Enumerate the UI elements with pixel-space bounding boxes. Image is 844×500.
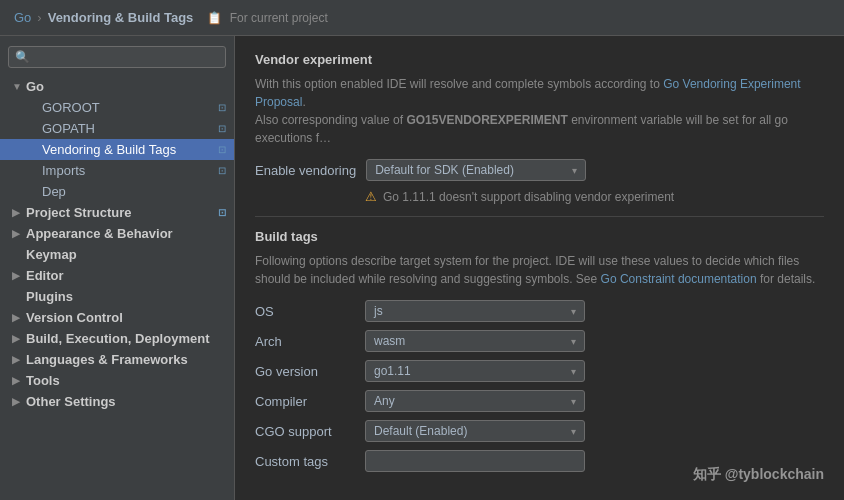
content-panel: Vendor experiment With this option enabl… xyxy=(235,36,844,500)
os-row: OS js ▾ xyxy=(255,300,824,322)
vendoring-badge: ⊡ xyxy=(218,144,226,155)
sidebar-item-dep-label: Dep xyxy=(42,184,226,199)
breadcrumb-go[interactable]: Go xyxy=(14,10,31,25)
sidebar-item-editor[interactable]: ▶ Editor xyxy=(0,265,234,286)
sidebar-item-other-label: Other Settings xyxy=(26,394,226,409)
go-arrow-icon: ▼ xyxy=(12,81,26,92)
os-select[interactable]: js ▾ xyxy=(365,300,585,322)
sidebar-item-version-label: Version Control xyxy=(26,310,226,325)
go-version-value: go1.11 xyxy=(374,364,565,378)
lang-arrow: ▶ xyxy=(12,354,26,365)
sidebar-item-build[interactable]: ▶ Build, Execution, Deployment xyxy=(0,328,234,349)
sidebar: 🔍 ▼ Go GOROOT ⊡ GOPATH ⊡ Vendoring & Bui… xyxy=(0,36,235,500)
enable-vendoring-value: Default for SDK (Enabled) xyxy=(375,163,566,177)
arch-dropdown-icon: ▾ xyxy=(571,336,576,347)
arch-value: wasm xyxy=(374,334,565,348)
compiler-row: Compiler Any ▾ xyxy=(255,390,824,412)
search-bar[interactable]: 🔍 xyxy=(8,46,226,68)
breadcrumb-current: Vendoring & Build Tags xyxy=(48,10,194,25)
sidebar-item-gopath[interactable]: GOPATH ⊡ xyxy=(0,118,234,139)
tools-arrow: ▶ xyxy=(12,375,26,386)
compiler-label: Compiler xyxy=(255,394,355,409)
compiler-dropdown-icon: ▾ xyxy=(571,396,576,407)
build-arrow: ▶ xyxy=(12,333,26,344)
sidebar-item-go[interactable]: ▼ Go xyxy=(0,76,234,97)
os-value: js xyxy=(374,304,565,318)
gopath-badge: ⊡ xyxy=(218,123,226,134)
sidebar-item-tools-label: Tools xyxy=(26,373,226,388)
scope-label: For current project xyxy=(230,11,328,25)
vendor-description: With this option enabled IDE will resolv… xyxy=(255,75,824,147)
warning-icon: ⚠ xyxy=(365,189,377,204)
go-version-label: Go version xyxy=(255,364,355,379)
warning-text: Go 1.11.1 doesn't support disabling vend… xyxy=(383,190,674,204)
vendor-desc-text1: With this option enabled IDE will resolv… xyxy=(255,77,663,91)
sidebar-item-appearance[interactable]: ▶ Appearance & Behavior xyxy=(0,223,234,244)
enable-vendoring-dropdown-icon: ▾ xyxy=(572,165,577,176)
sidebar-item-languages-label: Languages & Frameworks xyxy=(26,352,226,367)
cgo-row: CGO support Default (Enabled) ▾ xyxy=(255,420,824,442)
project-badge: ⊡ xyxy=(218,207,226,218)
sidebar-item-dep[interactable]: Dep xyxy=(0,181,234,202)
breadcrumb-sep: › xyxy=(37,10,41,25)
sidebar-item-keymap-label: Keymap xyxy=(26,247,226,262)
arch-select[interactable]: wasm ▾ xyxy=(365,330,585,352)
sidebar-item-languages[interactable]: ▶ Languages & Frameworks xyxy=(0,349,234,370)
header: Go › Vendoring & Build Tags 📋 For curren… xyxy=(0,0,844,36)
sidebar-item-goroot-label: GOROOT xyxy=(42,100,214,115)
warning-row: ⚠ Go 1.11.1 doesn't support disabling ve… xyxy=(365,189,824,204)
sidebar-item-project-label: Project Structure xyxy=(26,205,214,220)
sidebar-item-project-structure[interactable]: ▶ Project Structure ⊡ xyxy=(0,202,234,223)
sidebar-item-gopath-label: GOPATH xyxy=(42,121,214,136)
custom-tags-label: Custom tags xyxy=(255,454,355,469)
sidebar-item-vendoring[interactable]: Vendoring & Build Tags ⊡ xyxy=(0,139,234,160)
enable-vendoring-label: Enable vendoring xyxy=(255,163,356,178)
enable-vendoring-select[interactable]: Default for SDK (Enabled) ▾ xyxy=(366,159,586,181)
vendor-section-title: Vendor experiment xyxy=(255,52,824,67)
os-label: OS xyxy=(255,304,355,319)
sidebar-item-plugins[interactable]: Plugins xyxy=(0,286,234,307)
cgo-value: Default (Enabled) xyxy=(374,424,565,438)
vendor-desc-text2: .Also corresponding value of GO15VENDORE… xyxy=(255,95,788,145)
breadcrumb-scope: 📋 For current project xyxy=(207,11,327,25)
build-desc-end: for details. xyxy=(757,272,816,286)
sidebar-item-plugins-label: Plugins xyxy=(26,289,226,304)
go-version-row: Go version go1.11 ▾ xyxy=(255,360,824,382)
appearance-arrow: ▶ xyxy=(12,228,26,239)
sidebar-item-editor-label: Editor xyxy=(26,268,226,283)
sidebar-item-version-control[interactable]: ▶ Version Control xyxy=(0,307,234,328)
compiler-value: Any xyxy=(374,394,565,408)
search-input[interactable] xyxy=(34,50,219,64)
go-version-select[interactable]: go1.11 ▾ xyxy=(365,360,585,382)
custom-tags-input[interactable] xyxy=(365,450,585,472)
compiler-select[interactable]: Any ▾ xyxy=(365,390,585,412)
cgo-select[interactable]: Default (Enabled) ▾ xyxy=(365,420,585,442)
custom-tags-row: Custom tags xyxy=(255,450,824,472)
sidebar-item-appearance-label: Appearance & Behavior xyxy=(26,226,226,241)
build-tags-title: Build tags xyxy=(255,229,824,244)
imports-badge: ⊡ xyxy=(218,165,226,176)
main-layout: 🔍 ▼ Go GOROOT ⊡ GOPATH ⊡ Vendoring & Bui… xyxy=(0,36,844,500)
go-version-dropdown-icon: ▾ xyxy=(571,366,576,377)
sidebar-item-goroot[interactable]: GOROOT ⊡ xyxy=(0,97,234,118)
sidebar-item-build-label: Build, Execution, Deployment xyxy=(26,331,226,346)
sidebar-item-other-settings[interactable]: ▶ Other Settings xyxy=(0,391,234,412)
sidebar-item-vendoring-label: Vendoring & Build Tags xyxy=(42,142,214,157)
cgo-label: CGO support xyxy=(255,424,355,439)
sidebar-item-go-label: Go xyxy=(26,79,226,94)
enable-vendoring-row: Enable vendoring Default for SDK (Enable… xyxy=(255,159,824,181)
sidebar-item-imports[interactable]: Imports ⊡ xyxy=(0,160,234,181)
arch-row: Arch wasm ▾ xyxy=(255,330,824,352)
breadcrumb: Go › Vendoring & Build Tags 📋 For curren… xyxy=(14,10,328,25)
build-tags-description: Following options describe target system… xyxy=(255,252,824,288)
sidebar-item-keymap[interactable]: Keymap xyxy=(0,244,234,265)
search-icon: 🔍 xyxy=(15,50,30,64)
editor-arrow: ▶ xyxy=(12,270,26,281)
go-constraint-link[interactable]: Go Constraint documentation xyxy=(601,272,757,286)
goroot-badge: ⊡ xyxy=(218,102,226,113)
other-arrow: ▶ xyxy=(12,396,26,407)
sidebar-item-imports-label: Imports xyxy=(42,163,214,178)
cgo-dropdown-icon: ▾ xyxy=(571,426,576,437)
section-divider xyxy=(255,216,824,217)
sidebar-item-tools[interactable]: ▶ Tools xyxy=(0,370,234,391)
